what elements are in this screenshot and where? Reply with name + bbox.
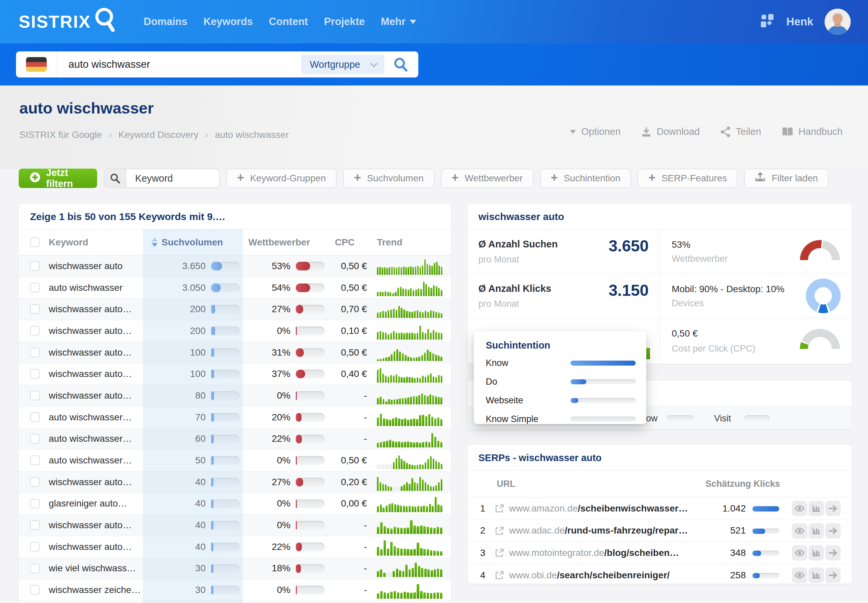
watch-button[interactable] [792,567,807,583]
row-checkbox[interactable] [30,520,40,530]
external-link-icon[interactable] [494,570,504,583]
chart-button[interactable] [809,545,824,561]
row-checkbox[interactable] [30,499,40,509]
keyword-cell[interactable]: auto wischwasser… [49,450,132,471]
keyword-cell[interactable]: glasreiniger auto… [49,493,127,515]
table-row[interactable]: wischwasser auto… 100 37% 0,40 € [19,363,451,385]
search-mode-select[interactable]: Wortgruppe [301,55,384,74]
row-checkbox[interactable] [30,542,40,552]
row-checkbox[interactable] [30,348,40,357]
nav-item-keywords[interactable]: Keywords [203,16,253,28]
chart-button[interactable] [809,567,824,583]
table-row[interactable]: wischwasser zeiche… 30 0% - [19,579,451,601]
table-row[interactable]: wischwasser auto… 40 27% 0,20 € [19,472,451,493]
keyword-cell[interactable]: wischwasser auto… [49,536,132,558]
row-checkbox[interactable] [30,261,40,271]
external-link-icon[interactable] [494,548,504,560]
row-checkbox[interactable] [30,434,40,444]
table-row[interactable]: wischwasser auto… 30 0% - [19,601,451,603]
column-keyword[interactable]: Keyword [49,229,88,255]
table-row[interactable]: auto wischwasser… 60 22% - [19,428,451,450]
load-filter-button[interactable]: Filter laden [744,169,829,188]
chart-button[interactable] [809,523,824,538]
share-button[interactable]: Teilen [720,126,761,137]
keyword-cell[interactable]: wischwasser auto… [49,472,132,493]
arrow-right-button[interactable] [825,501,841,516]
keyword-cell[interactable]: wie viel wischwass… [49,558,136,579]
row-checkbox[interactable] [30,412,40,422]
column-suchvolumen[interactable]: Suchvolumen [151,229,223,255]
breadcrumb-item[interactable]: Keyword Discovery [119,130,199,140]
serp-url[interactable]: www.adac.de/rund-ums-fahrzeug/repar… [509,520,688,542]
table-row[interactable]: wischwasser auto 3.650 53% 0,50 € [19,255,451,277]
table-row[interactable]: wischwasser auto… 100 31% 0,50 € [19,342,451,363]
germany-flag-icon[interactable] [26,57,47,72]
row-checkbox[interactable] [30,369,40,379]
column-cpc[interactable]: CPC [335,229,355,255]
user-name[interactable]: Henk [786,15,813,28]
external-link-icon[interactable] [494,504,504,516]
row-checkbox[interactable] [30,585,40,595]
row-checkbox[interactable] [30,564,40,573]
table-row[interactable]: wischwasser auto… 200 27% 0,70 € [19,298,451,320]
watch-button[interactable] [792,545,807,561]
table-row[interactable]: wischwasser auto… 80 0% - [19,385,451,407]
row-checkbox[interactable] [30,391,40,400]
keyword-cell[interactable]: wischwasser zeiche… [49,579,141,601]
serp-url[interactable]: www.amazon.de/scheibenwischwasser… [509,498,688,520]
table-row[interactable]: glasreiniger auto… 40 0% 0,00 € [19,493,451,515]
keyword-cell[interactable]: auto wischwasser [49,277,122,298]
nav-item-domains[interactable]: Domains [144,16,187,28]
keyword-cell[interactable]: auto wischwasser… [49,428,132,450]
column-trend[interactable]: Trend [377,229,402,255]
arrow-right-button[interactable] [825,567,841,583]
table-row[interactable]: auto wischwasser… 70 20% - [19,407,451,428]
row-checkbox[interactable] [30,455,40,465]
chart-button[interactable] [809,501,824,516]
filter-button-serp-features[interactable]: +SERP-Features [638,169,737,188]
serp-row[interactable]: 4 www.obi.de/search/scheibenreiniger/ 25… [468,564,852,584]
select-all-checkbox[interactable] [30,237,40,247]
keyword-cell[interactable]: wischwasser auto… [49,298,132,320]
column-wettbewerber[interactable]: Wettbewerber [249,229,310,255]
arrow-right-button[interactable] [825,545,841,561]
serp-row[interactable]: 2 www.adac.de/rund-ums-fahrzeug/repar… 5… [468,520,852,542]
table-row[interactable]: wischwasser auto… 200 0% 0,10 € [19,320,451,342]
apply-filter-button[interactable]: Jetzt filtern [19,169,97,188]
external-link-icon[interactable] [494,526,504,538]
apps-grid-icon[interactable] [761,14,775,29]
table-row[interactable]: wie viel wischwass… 30 18% - [19,558,451,580]
keyword-cell[interactable]: wischwasser auto… [49,385,132,406]
row-checkbox[interactable] [30,283,40,292]
filter-button-wettbewerber[interactable]: +Wettbewerber [441,169,533,188]
serp-row[interactable]: 1 www.amazon.de/scheibenwischwasser… 1.0… [468,498,852,520]
keyword-filter-value[interactable]: Keyword [127,169,219,187]
download-button[interactable]: Download [641,126,700,137]
search-submit-button[interactable] [394,57,408,72]
watch-button[interactable] [792,501,807,516]
keyword-cell[interactable]: wischwasser auto… [49,515,132,536]
search-box[interactable]: auto wischwasser Wortgruppe [16,51,418,77]
keyword-filter-input[interactable]: Keyword [104,169,220,188]
serp-url[interactable]: www.motointegrator.de/blog/scheiben… [509,542,679,564]
keyword-cell[interactable]: wischwasser auto… [49,320,132,342]
keyword-cell[interactable]: wischwasser auto [49,255,122,277]
keyword-cell[interactable]: wischwasser auto… [49,601,132,603]
keyword-cell[interactable]: wischwasser auto… [49,363,132,385]
watch-button[interactable] [792,523,807,538]
keyword-cell[interactable]: wischwasser auto… [49,342,132,363]
filter-button-suchvolumen[interactable]: +Suchvolumen [343,169,434,188]
row-checkbox[interactable] [30,304,40,314]
keyword-cell[interactable]: auto wischwasser… [49,407,132,428]
serp-row[interactable]: 3 www.motointegrator.de/blog/scheiben… 3… [468,542,852,564]
arrow-right-button[interactable] [825,523,841,538]
filter-button-suchintention[interactable]: +Suchintention [540,169,631,188]
table-row[interactable]: auto wischwasser… 50 0% 0,50 € [19,450,451,472]
options-button[interactable]: Optionen [570,126,621,137]
nav-item-projekte[interactable]: Projekte [324,16,364,28]
table-row[interactable]: wischwasser auto… 40 22% - [19,536,451,558]
handbook-button[interactable]: Handbuch [782,126,843,137]
table-row[interactable]: wischwasser auto… 40 0% - [19,515,451,536]
search-query-input[interactable]: auto wischwasser [68,59,301,70]
nav-item-content[interactable]: Content [269,16,308,28]
